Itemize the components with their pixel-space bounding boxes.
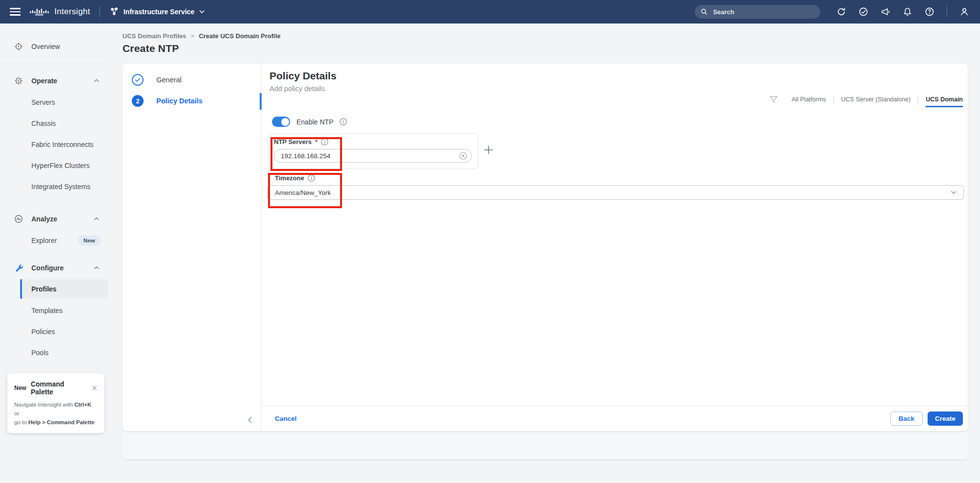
step-general[interactable]: General xyxy=(132,74,182,86)
timezone-value: America/New_York xyxy=(275,189,331,196)
step-label: General xyxy=(156,76,182,84)
sidebar-item-explorer[interactable]: Explorer New xyxy=(0,230,110,251)
info-icon[interactable] xyxy=(340,118,347,125)
sidebar: Overview Operate Servers Chassis Fabric … xyxy=(0,24,110,483)
required-mark: * xyxy=(315,138,318,145)
service-switcher[interactable]: Infrastructure Service xyxy=(109,7,205,17)
timezone-select[interactable]: America/New_York xyxy=(268,185,964,200)
sidebar-section-operate[interactable]: Operate xyxy=(0,70,110,92)
overview-icon xyxy=(14,42,23,51)
tab-all-platforms[interactable]: All Platforms xyxy=(791,95,826,106)
platform-filter: All Platforms UCS Server (Standalone) UC… xyxy=(770,95,963,107)
sidebar-item-chassis[interactable]: Chassis xyxy=(0,113,110,134)
search-icon xyxy=(701,8,708,16)
breadcrumb-separator: > xyxy=(191,32,195,40)
sidebar-item-integrated-systems[interactable]: Integrated Systems xyxy=(0,176,110,197)
sidebar-item-fabric-interconnects[interactable]: Fabric Interconnects xyxy=(0,134,110,155)
svg-text:cisco: cisco xyxy=(35,12,44,16)
wizard-footer: Cancel Back Create xyxy=(262,406,968,431)
check-circle-icon[interactable] xyxy=(858,7,868,17)
new-badge: New xyxy=(78,235,100,246)
gear-icon xyxy=(14,76,23,85)
chevron-up-icon xyxy=(94,79,99,83)
section-subheading: Add policy details. xyxy=(270,85,327,93)
info-icon[interactable] xyxy=(308,174,315,182)
sidebar-item-hyperflex-clusters[interactable]: HyperFlex Clusters xyxy=(0,155,110,176)
enable-ntp-toggle[interactable] xyxy=(272,117,290,127)
command-palette-new-badge: New xyxy=(14,385,26,391)
sidebar-item-templates[interactable]: Templates xyxy=(0,300,110,321)
wizard-steps-pane: General 2 Policy Details xyxy=(122,64,261,431)
chevron-up-icon xyxy=(94,217,99,221)
wrench-icon xyxy=(14,264,23,272)
section-heading: Policy Details xyxy=(270,70,337,82)
sidebar-section-label: Analyze xyxy=(31,215,57,223)
chevron-down-icon xyxy=(951,191,956,194)
bell-icon[interactable] xyxy=(903,7,912,17)
breadcrumb-ucs-domain-profiles[interactable]: UCS Domain Profiles xyxy=(122,32,186,40)
chevron-up-icon xyxy=(94,266,99,270)
step-policy-details[interactable]: 2 Policy Details xyxy=(132,95,202,107)
timezone-label: Timezone xyxy=(275,174,304,182)
create-button[interactable]: Create xyxy=(928,411,963,426)
sidebar-item-policies[interactable]: Policies xyxy=(0,321,110,342)
command-palette-card: New Command Palette Navigate Intersight … xyxy=(7,373,104,433)
content-area: UCS Domain Profiles > Create UCS Domain … xyxy=(110,24,980,483)
info-icon[interactable] xyxy=(321,138,328,145)
cancel-button[interactable]: Cancel xyxy=(275,415,296,422)
divider xyxy=(0,64,110,64)
timezone-label-row: Timezone xyxy=(275,174,315,182)
ntp-servers-label-row: NTP Servers * xyxy=(274,138,472,145)
breadcrumb: UCS Domain Profiles > Create UCS Domain … xyxy=(122,32,281,40)
sidebar-section-analyze[interactable]: Analyze xyxy=(0,208,110,230)
close-icon[interactable] xyxy=(92,385,98,391)
megaphone-icon[interactable] xyxy=(881,7,890,17)
service-cluster-icon xyxy=(109,7,119,17)
service-name: Infrastructure Service xyxy=(123,8,195,16)
breadcrumb-create-ucs-domain-profile[interactable]: Create UCS Domain Profile xyxy=(199,32,281,40)
enable-ntp-row: Enable NTP xyxy=(272,117,347,127)
sidebar-item-overview[interactable]: Overview xyxy=(0,37,110,56)
enable-ntp-label: Enable NTP xyxy=(296,118,333,126)
sidebar-item-pools[interactable]: Pools xyxy=(0,342,110,363)
sidebar-item-servers[interactable]: Servers xyxy=(0,92,110,113)
intersight-app: cisco Intersight Infrastructure Service xyxy=(0,0,980,483)
active-step-indicator xyxy=(260,93,262,110)
back-button[interactable]: Back xyxy=(890,411,923,426)
clear-input-icon[interactable] xyxy=(459,152,467,160)
tab-ucs-server-standalone[interactable]: UCS Server (Standalone) xyxy=(841,95,911,106)
menu-icon[interactable] xyxy=(10,8,21,16)
sidebar-section-label: Operate xyxy=(31,77,57,85)
user-icon[interactable] xyxy=(959,7,969,17)
policy-details-pane: Policy Details Add policy details. All P… xyxy=(261,64,968,431)
search-input[interactable] xyxy=(712,8,814,16)
collapse-pane-icon[interactable] xyxy=(247,416,252,424)
ntp-server-input[interactable] xyxy=(274,149,472,163)
step-label: Policy Details xyxy=(156,97,202,105)
ntp-servers-label: NTP Servers xyxy=(274,138,312,145)
page-title: Create NTP xyxy=(122,43,179,54)
card-footer-strip xyxy=(122,433,968,459)
command-palette-text: Navigate Intersight with Ctrl+K or go to… xyxy=(14,401,98,427)
refresh-icon[interactable] xyxy=(836,7,846,17)
sidebar-item-profiles[interactable]: Profiles xyxy=(20,279,108,299)
filter-icon[interactable] xyxy=(770,96,778,103)
add-ntp-server-icon[interactable] xyxy=(483,145,494,155)
step-number: 2 xyxy=(132,95,144,107)
ntp-server-group: NTP Servers * xyxy=(268,133,478,169)
sidebar-section-label: Configure xyxy=(31,264,64,272)
pulse-icon xyxy=(14,215,23,223)
help-icon[interactable] xyxy=(925,7,934,17)
chevron-down-icon xyxy=(199,10,205,14)
search-box[interactable] xyxy=(695,5,820,19)
command-palette-title: Command Palette xyxy=(31,380,88,396)
step-complete-icon xyxy=(132,74,144,86)
brand-title: Intersight xyxy=(54,7,90,17)
top-bar: cisco Intersight Infrastructure Service xyxy=(0,0,980,24)
tab-ucs-domain[interactable]: UCS Domain xyxy=(926,95,963,107)
cisco-logo-icon: cisco xyxy=(29,8,49,16)
wizard-card: General 2 Policy Details Policy Details … xyxy=(122,64,968,431)
sidebar-item-label: Overview xyxy=(31,43,60,50)
sidebar-section-configure[interactable]: Configure xyxy=(0,257,110,279)
